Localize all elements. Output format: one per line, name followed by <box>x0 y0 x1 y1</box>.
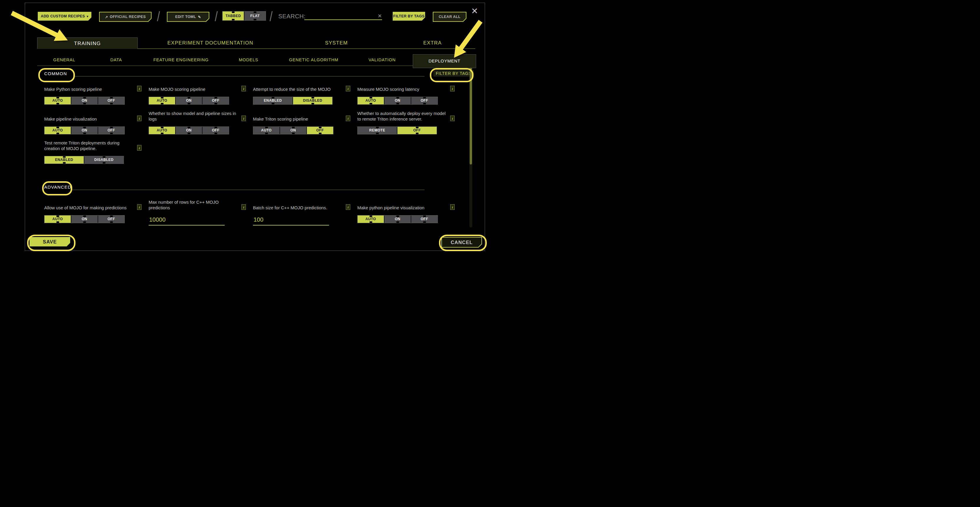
info-icon[interactable]: i <box>242 204 246 210</box>
info-icon[interactable]: i <box>242 86 246 91</box>
setting-label: Make Python scoring pipeline <box>44 86 134 92</box>
sub-tab-bar: GENERALDATAFEATURE ENGINEERINGMODELSGENE… <box>37 54 476 66</box>
view-toggle-tabbed[interactable]: TABBED <box>223 11 244 20</box>
info-icon[interactable]: i <box>346 86 350 91</box>
scrollbar-track[interactable] <box>469 64 473 227</box>
info-icon[interactable]: i <box>137 116 142 121</box>
info-icon[interactable]: i <box>137 204 142 210</box>
toggle-option-disabled[interactable]: DISABLED <box>84 156 124 164</box>
cancel-button[interactable]: CANCEL <box>441 237 482 248</box>
toggle-option-auto[interactable]: AUTO <box>358 97 384 104</box>
setting-label: Measure MOJO scoring latency <box>357 86 447 92</box>
toggle-option-off[interactable]: OFF <box>411 216 438 223</box>
edit-toml-button[interactable]: EDIT TOML ✎ <box>167 12 209 22</box>
toggle-option-on[interactable]: ON <box>175 127 202 134</box>
filter-by-tags-link[interactable]: FILTER BY TAGS <box>433 70 474 77</box>
search-input[interactable] <box>304 13 382 20</box>
cancel-button-label: CANCEL <box>451 240 473 245</box>
toggle-option-off[interactable]: OFF <box>98 97 124 104</box>
advanced-section-title: ADVANCED <box>44 184 72 189</box>
setting-label: Allow use of MOJO for making predictions <box>44 205 134 210</box>
toggle-option-off[interactable]: OFF <box>411 97 438 104</box>
setting-input[interactable] <box>253 215 329 226</box>
toggle-option-on[interactable]: ON <box>384 97 411 104</box>
scrollbar-thumb[interactable] <box>470 65 472 164</box>
view-toggle-flat[interactable]: FLAT <box>244 11 266 20</box>
setting-make-python-pipeline-visualization: Make python pipeline visualizationiAUTOO… <box>357 197 455 226</box>
setting-batch-size-for-c-mojo-predictions: Batch size for C++ MOJO predictions.i <box>253 197 350 226</box>
toggle-option-on[interactable]: ON <box>71 97 98 104</box>
clear-all-label: CLEAR ALL <box>439 15 461 19</box>
main-tab-extra[interactable]: EXTRA <box>390 37 475 49</box>
clear-all-button[interactable]: CLEAR ALL <box>433 12 466 22</box>
main-tab-experiment-documentation[interactable]: EXPERIMENT DOCUMENTATION <box>138 37 283 49</box>
toggle-group: ENABLEDDISABLED <box>253 97 332 105</box>
info-icon[interactable]: i <box>346 116 350 121</box>
info-icon[interactable]: i <box>242 116 246 121</box>
sub-tab-models[interactable]: MODELS <box>221 54 276 68</box>
filter-by-tags-button[interactable]: FILTER BY TAGS <box>393 12 425 21</box>
toggle-option-enabled[interactable]: ENABLED <box>253 97 293 104</box>
toggle-option-on[interactable]: ON <box>280 127 306 134</box>
toggle-group: REMOTEOFF <box>357 126 437 134</box>
setting-label: Make pipeline visualization <box>44 116 134 122</box>
official-recipes-button[interactable]: ↗ OFFICIAL RECIPES <box>99 12 151 22</box>
sub-tab-genetic-algorithm[interactable]: GENETIC ALGORITHM <box>276 54 352 68</box>
toggle-option-off[interactable]: OFF <box>202 97 229 104</box>
toggle-option-off[interactable]: OFF <box>98 127 124 134</box>
toggle-option-on[interactable]: ON <box>71 216 98 223</box>
toggle-group: AUTOONOFF <box>44 97 125 105</box>
add-custom-recipes-button[interactable]: ADD CUSTOM RECIPES ▾ <box>38 12 91 21</box>
toggle-option-off[interactable]: OFF <box>306 127 333 134</box>
toggle-group: AUTOONOFF <box>253 126 333 134</box>
toggle-option-auto[interactable]: AUTO <box>45 127 71 134</box>
toggle-option-auto[interactable]: AUTO <box>45 97 71 104</box>
save-button[interactable]: SAVE <box>29 237 70 246</box>
sub-tab-validation[interactable]: VALIDATION <box>352 54 413 68</box>
toggle-option-disabled[interactable]: DISABLED <box>293 97 332 104</box>
setting-test-remote-triton-deployments-during-cr: Test remote Triton deployments during cr… <box>44 137 142 164</box>
main-tab-training[interactable]: TRAINING <box>37 37 138 49</box>
section-divider <box>72 189 425 190</box>
main-tab-system[interactable]: SYSTEM <box>283 37 390 49</box>
toggle-option-off[interactable]: OFF <box>98 216 124 223</box>
sub-tab-data[interactable]: DATA <box>91 54 141 68</box>
toggle-option-on[interactable]: ON <box>71 127 98 134</box>
setting-allow-use-of-mojo-for-making-predictions: Allow use of MOJO for making predictions… <box>44 197 142 226</box>
info-icon[interactable]: i <box>137 86 142 91</box>
setting-label: Make python pipeline visualization <box>357 205 447 210</box>
toggle-option-auto[interactable]: AUTO <box>149 127 175 134</box>
setting-label: Max number of rows for C++ MOJO predicti… <box>149 199 239 210</box>
pencil-icon: ✎ <box>198 15 201 19</box>
toggle-option-on[interactable]: ON <box>175 97 202 104</box>
toggle-option-auto[interactable]: AUTO <box>358 216 384 223</box>
sub-tab-deployment[interactable]: DEPLOYMENT <box>413 54 476 68</box>
search-clear-icon[interactable]: ✕ <box>378 13 382 19</box>
close-icon[interactable]: ✕ <box>471 7 478 15</box>
toggle-option-auto[interactable]: AUTO <box>149 97 175 104</box>
toggle-option-off[interactable]: OFF <box>397 127 437 134</box>
toggle-option-remote[interactable]: REMOTE <box>358 127 397 134</box>
toggle-option-off[interactable]: OFF <box>202 127 229 134</box>
sub-tab-feature-engineering[interactable]: FEATURE ENGINEERING <box>141 54 221 68</box>
setting-label: Batch size for C++ MOJO predictions. <box>253 205 343 210</box>
setting-input[interactable] <box>149 215 225 226</box>
setting-make-mojo-scoring-pipeline: Make MOJO scoring pipelineiAUTOONOFF <box>149 83 246 105</box>
toggle-option-auto[interactable]: AUTO <box>45 216 71 223</box>
setting-label: Whether to automatically deploy every mo… <box>357 111 447 122</box>
setting-label: Test remote Triton deployments during cr… <box>44 140 134 151</box>
toggle-option-enabled[interactable]: ENABLED <box>45 156 84 164</box>
add-custom-recipes-label: ADD CUSTOM RECIPES <box>41 14 85 18</box>
setting-label: Make MOJO scoring pipeline <box>149 86 239 92</box>
info-icon[interactable]: i <box>450 204 455 210</box>
info-icon[interactable]: i <box>450 86 455 91</box>
toggle-option-auto[interactable]: AUTO <box>253 127 280 134</box>
setting-make-triton-scoring-pipeline: Make Triton scoring pipelineiAUTOONOFF <box>253 108 350 134</box>
toggle-option-on[interactable]: ON <box>384 216 411 223</box>
info-icon[interactable]: i <box>346 204 350 210</box>
info-icon[interactable]: i <box>450 116 455 121</box>
info-icon[interactable]: i <box>137 145 142 151</box>
toggle-group: AUTOONOFF <box>44 126 125 134</box>
section-divider <box>74 76 425 77</box>
sub-tab-general[interactable]: GENERAL <box>37 54 91 68</box>
